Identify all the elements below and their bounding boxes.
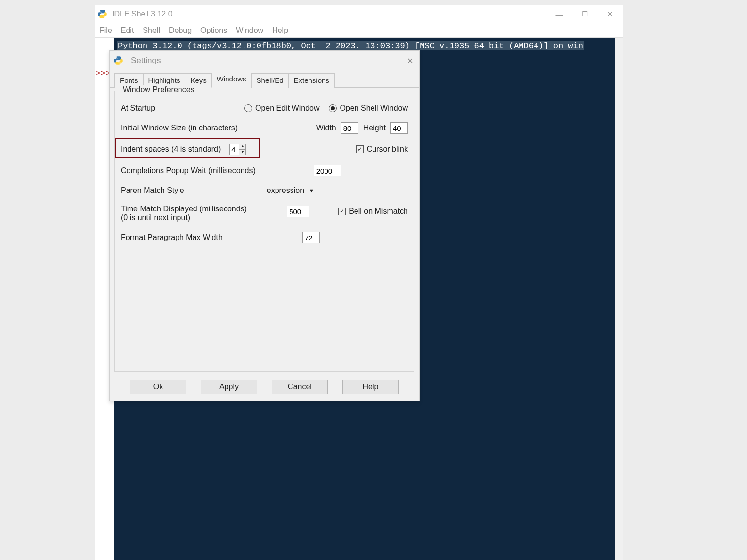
width-input[interactable] (341, 122, 358, 134)
svg-point-0 (100, 11, 101, 12)
checkbox-icon (338, 208, 346, 215)
bell-checkbox[interactable]: Bell on Mismatch (338, 207, 408, 216)
close-icon[interactable]: ✕ (407, 56, 413, 65)
tab-shelled[interactable]: Shell/Ed (251, 73, 289, 88)
menu-edit[interactable]: Edit (121, 26, 134, 35)
paren-value: expression (267, 186, 304, 195)
menu-shell[interactable]: Shell (143, 26, 160, 35)
menu-help[interactable]: Help (272, 26, 288, 35)
time-match-sub: (0 is until next input) (121, 213, 247, 222)
menubar: File Edit Shell Debug Options Window Hel… (95, 23, 623, 38)
apply-button[interactable]: Apply (201, 380, 257, 394)
window-title: IDLE Shell 3.12.0 (112, 10, 554, 18)
radio-icon (329, 104, 337, 112)
cursor-blink-label: Cursor blink (367, 145, 408, 154)
settings-dialog: Settings ✕ Fonts Highlights Keys Windows… (109, 50, 420, 401)
group-legend: Window Preferences (120, 85, 197, 94)
spinner-up-icon[interactable]: ▲ (239, 144, 245, 150)
tab-body: Window Preferences At Startup Open Edit … (110, 88, 419, 374)
minimize-button[interactable]: — (554, 10, 564, 18)
completions-label: Completions Popup Wait (milliseconds) (121, 166, 256, 175)
help-button[interactable]: Help (342, 380, 399, 394)
vertical-scrollbar[interactable] (615, 38, 623, 560)
titlebar: IDLE Shell 3.12.0 — ☐ ✕ (95, 5, 623, 23)
cursor-blink-checkbox[interactable]: Cursor blink (356, 145, 408, 154)
checkbox-icon (356, 145, 364, 153)
settings-title: Settings (131, 56, 407, 65)
window-preferences-group: Window Preferences At Startup Open Edit … (114, 91, 414, 372)
indent-label: Indent spaces (4 is standard) (121, 145, 221, 154)
format-label: Format Paragraph Max Width (121, 233, 223, 242)
svg-point-1 (103, 17, 104, 18)
ok-button[interactable]: Ok (130, 380, 186, 394)
radio-open-shell[interactable]: Open Shell Window (329, 104, 408, 112)
window-size-label: Initial Window Size (in characters) (121, 124, 238, 132)
paren-style-dropdown[interactable]: expression ▼ (267, 186, 314, 195)
tab-extensions[interactable]: Extensions (288, 73, 334, 88)
indent-spinner[interactable]: ▲ ▼ (229, 144, 246, 155)
radio-icon (244, 104, 252, 112)
shell-header: Python 3.12.0 (tags/v3.12.0:0fb18b0, Oct… (117, 41, 584, 50)
spinner-down-icon[interactable]: ▼ (239, 150, 245, 155)
radio-open-edit-label: Open Edit Window (255, 104, 320, 112)
paren-label: Paren Match Style (121, 186, 184, 195)
dialog-buttons: Ok Apply Cancel Help (110, 374, 419, 401)
svg-point-3 (119, 64, 120, 64)
menu-file[interactable]: File (99, 26, 112, 35)
width-label: Width (316, 124, 336, 132)
maximize-button[interactable]: ☐ (580, 10, 589, 18)
radio-open-edit[interactable]: Open Edit Window (244, 104, 320, 112)
time-match-label: Time Match Displayed (milliseconds) (121, 205, 247, 213)
svg-point-2 (116, 57, 117, 58)
python-icon (97, 9, 107, 19)
menu-debug[interactable]: Debug (169, 26, 192, 35)
time-match-input[interactable] (287, 206, 309, 217)
chevron-down-icon: ▼ (309, 188, 314, 193)
menu-window[interactable]: Window (236, 26, 263, 35)
completions-input[interactable] (314, 165, 341, 176)
indent-input[interactable] (230, 144, 239, 155)
settings-titlebar: Settings ✕ (110, 51, 419, 70)
cancel-button[interactable]: Cancel (272, 380, 328, 394)
python-icon (114, 56, 123, 65)
height-label: Height (363, 124, 386, 132)
menu-options[interactable]: Options (200, 26, 227, 35)
bell-label: Bell on Mismatch (349, 207, 408, 216)
close-button[interactable]: ✕ (605, 10, 615, 18)
startup-label: At Startup (121, 104, 155, 112)
format-input[interactable] (302, 232, 320, 243)
radio-open-shell-label: Open Shell Window (340, 104, 408, 112)
height-input[interactable] (390, 122, 408, 134)
tab-windows[interactable]: Windows (211, 73, 252, 88)
